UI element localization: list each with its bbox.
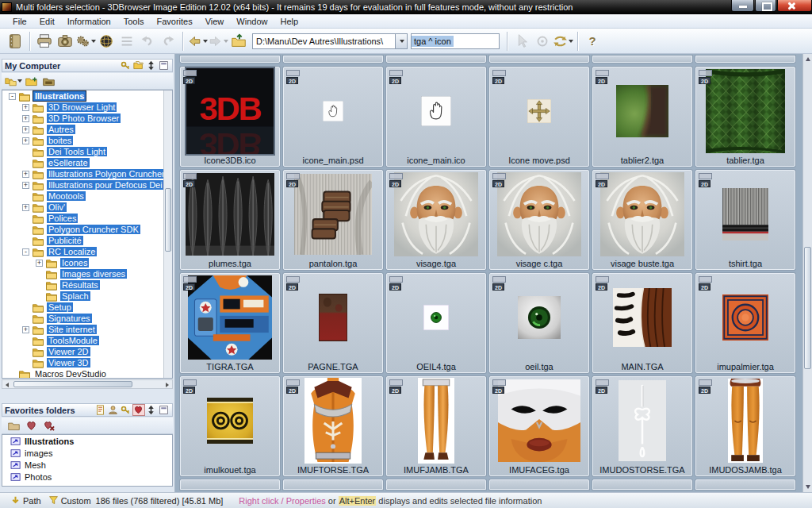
tree-item-label[interactable]: Splach — [60, 291, 90, 301]
file-name-label[interactable]: Icone3DB.ico — [181, 156, 279, 165]
new-folder-button[interactable] — [22, 74, 40, 89]
file-cell-imufjamb-tga[interactable]: 2DIMUFJAMB.TGA — [386, 376, 486, 476]
folders-icon[interactable] — [133, 60, 144, 71]
tree-item-autres[interactable]: +Autres — [2, 124, 172, 135]
file-cell-pantalon-tga[interactable]: 2Dpantalon.tga — [283, 170, 383, 270]
tree-expander-icon[interactable]: + — [22, 204, 29, 211]
file-name-label[interactable]: icone_main.psd — [284, 156, 382, 165]
status-path-label[interactable]: Path — [23, 496, 41, 506]
file-cell-tshirt-tga[interactable]: 2Dtshirt.tga — [695, 170, 795, 270]
menu-help[interactable]: Help — [274, 16, 304, 27]
tree-item-label[interactable]: Setup — [47, 302, 73, 312]
browse-folder-button[interactable] — [40, 74, 57, 89]
tree-expander-icon[interactable]: + — [22, 182, 29, 189]
file-name-label[interactable]: tablier2.tga — [593, 156, 691, 165]
tree-item-illustrations-polygon-cruncher[interactable]: +Illustrations Polygon Cruncher — [2, 168, 172, 179]
tree-item-label[interactable]: Mootools — [47, 191, 86, 201]
tree-display-button[interactable] — [5, 74, 22, 89]
menu-window[interactable]: Window — [230, 16, 274, 27]
tree-expander-icon[interactable]: + — [22, 126, 29, 133]
tree-item-label[interactable]: Viewer 3D — [47, 358, 90, 368]
minimize-button[interactable] — [731, 0, 754, 12]
file-name-label[interactable]: IMUFTORSE.TGA — [284, 465, 382, 475]
file-name-label[interactable]: MAIN.TGA — [593, 362, 691, 371]
favorites-folder-button[interactable] — [5, 418, 22, 433]
menu-edit[interactable]: Edit — [33, 16, 61, 27]
tree-item-label[interactable]: Dei Tools Light — [47, 147, 107, 156]
tree-horizontal-scrollbar[interactable] — [2, 379, 173, 389]
file-cell-icone-main-ico[interactable]: 2Dicone_main.ico — [386, 67, 486, 167]
tree-item-mootools[interactable]: Mootools — [2, 190, 172, 202]
file-name-label[interactable]: Icone move.psd — [490, 156, 588, 165]
menu-information[interactable]: Information — [61, 16, 117, 27]
tree-vertical-scrollbar[interactable] — [163, 90, 172, 378]
tree-item-illustrations-pour-defocus-dei[interactable]: +Illustrations pour Defocus Dei — [2, 179, 172, 190]
tree-item-label[interactable]: eSellerate — [47, 158, 90, 167]
file-cell-tigra-tga[interactable]: 2DTIGRA.TGA — [180, 273, 280, 373]
tree-item-r-sultats[interactable]: Résultats — [2, 279, 172, 291]
tree-item-label[interactable]: Images diverses — [60, 269, 127, 279]
capture-button[interactable] — [55, 31, 75, 52]
tree-item-polygon-cruncher-sdk[interactable]: Polygon Cruncher SDK — [2, 224, 172, 235]
file-cell-icone-move-psd[interactable]: 2DIcone move.psd — [489, 67, 589, 167]
swap-compare-button[interactable] — [553, 31, 573, 52]
file-name-label[interactable]: IMUDOSTORSE.TGA — [593, 465, 691, 475]
file-name-label[interactable]: IMUDOSJAMB.tga — [696, 465, 795, 475]
file-cell-plumes-tga[interactable]: 2Dplumes.tga — [180, 170, 280, 270]
collapse-panel-icon[interactable] — [159, 405, 170, 415]
tree-item-label[interactable]: boites — [47, 136, 73, 145]
tree-item-setup[interactable]: Setup — [2, 302, 172, 313]
file-name-label[interactable]: tshirt.tga — [696, 259, 795, 268]
tree-item-oliv[interactable]: +Oliv' — [2, 202, 172, 213]
menu-file[interactable]: File — [6, 16, 33, 27]
tree-item-3d-browser-light[interactable]: +3D Browser Light — [2, 102, 172, 113]
tree-item-label[interactable]: Polices — [47, 214, 78, 223]
favorites-heart-icon[interactable] — [133, 405, 144, 415]
tree-item-label[interactable]: Oliv' — [47, 202, 67, 212]
tree-item-esellerate[interactable]: eSellerate — [2, 157, 172, 168]
file-name-label[interactable]: oeil.tga — [490, 362, 588, 371]
key-icon[interactable] — [121, 60, 132, 71]
tree-item-viewer-2d[interactable]: Viewer 2D — [2, 346, 172, 357]
tree-item-macros-devstudio[interactable]: Macros DevStudio — [2, 368, 172, 379]
file-cell-icone-main-psd[interactable]: 2Dicone_main.psd — [283, 67, 383, 167]
tree-item-label[interactable]: Viewer 2D — [47, 347, 90, 356]
file-cell-tablier-tga[interactable]: 2Dtablier.tga — [695, 67, 795, 167]
favorite-item-photos[interactable]: Photos — [2, 471, 172, 483]
file-name-label[interactable]: IMUFACEG.tga — [490, 465, 588, 475]
tree-item-rc-localize[interactable]: -RC Localize — [2, 246, 172, 257]
help-button[interactable]: ? — [582, 31, 603, 52]
tree-item-splach[interactable]: Splach — [2, 291, 172, 302]
file-name-label[interactable]: icone_main.ico — [387, 156, 485, 165]
favorite-item-mesh[interactable]: Mesh — [2, 459, 172, 471]
settings-gears-button[interactable] — [75, 31, 96, 52]
tree-expander-icon[interactable]: - — [22, 248, 29, 256]
tree-item-label[interactable]: ToolsModule — [47, 336, 99, 345]
file-cell-visage-tga[interactable]: 2Dvisage.tga — [386, 170, 486, 270]
tree-item-label[interactable]: RC Localize — [47, 247, 97, 256]
favorite-item-label[interactable]: Mesh — [25, 460, 46, 470]
menu-tools[interactable]: Tools — [117, 16, 151, 27]
tree-item-signatures[interactable]: Signatures — [2, 313, 172, 324]
tree-item-label[interactable]: Icones — [60, 258, 89, 267]
tree-item-icones[interactable]: +Icones — [2, 257, 172, 268]
tree-item-label[interactable]: Résultats — [60, 280, 100, 290]
print-button[interactable] — [34, 31, 55, 52]
tree-expander-icon[interactable]: + — [22, 137, 29, 144]
tree-item-publicit[interactable]: Publicité — [2, 235, 172, 246]
tree-item-viewer-3d[interactable]: Viewer 3D — [2, 357, 172, 368]
tree-item-label[interactable]: Illustrations Polygon Cruncher — [47, 169, 167, 179]
file-cell-imuftorse-tga[interactable]: 2DIMUFTORSE.TGA — [283, 376, 383, 476]
back-button[interactable] — [187, 31, 208, 52]
file-name-label[interactable]: PAGNE.TGA — [284, 362, 382, 371]
file-cell-oeil4-tga[interactable]: 2DOEIL4.tga — [386, 273, 486, 373]
tree-expander-icon[interactable]: + — [22, 104, 29, 111]
file-name-label[interactable]: visage buste.tga — [593, 259, 691, 268]
favorite-item-label[interactable]: images — [25, 448, 52, 458]
tree-expander-icon[interactable]: + — [22, 115, 29, 122]
file-name-label[interactable]: visage c.tga — [490, 259, 588, 268]
menu-favorites[interactable]: Favorites — [150, 16, 198, 27]
content-vertical-scrollbar[interactable] — [802, 54, 812, 492]
user-icon[interactable] — [108, 405, 119, 415]
file-cell-imudosjamb-tga[interactable]: 2DIMUDOSJAMB.tga — [695, 376, 795, 476]
